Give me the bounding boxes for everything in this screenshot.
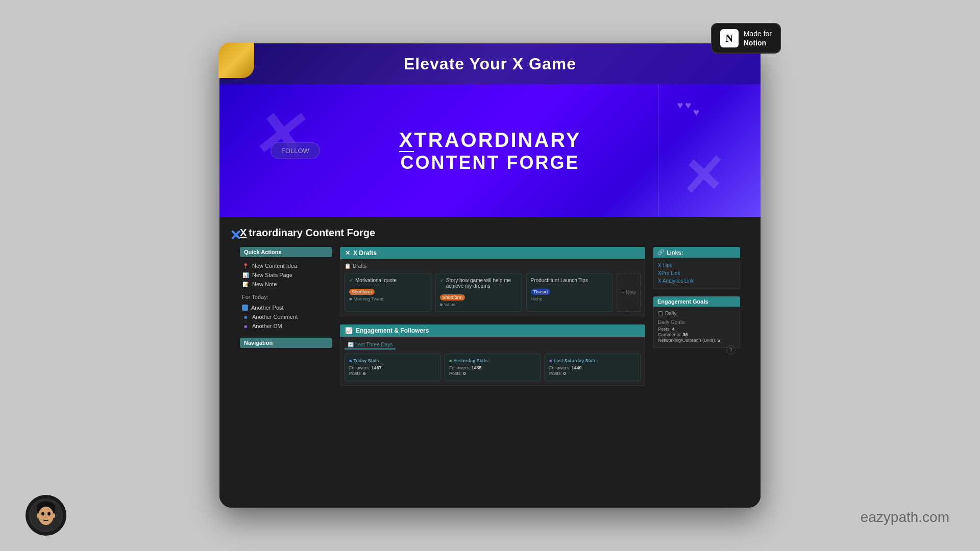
sidebar-item-another-comment[interactable]: ■ Another Comment: [240, 312, 332, 321]
check-icon-2: ✓: [440, 278, 444, 283]
notion-badge-text: Made for Notion: [744, 29, 772, 47]
notion-badge: N Made for Notion: [711, 23, 781, 54]
goal-daily: Daily: [658, 311, 736, 316]
svg-point-6: [37, 513, 40, 518]
morning-icon: ■: [349, 296, 352, 302]
pin-icon: 📍: [242, 263, 249, 269]
sidebar-item-new-content-idea[interactable]: 📍 New Content Idea: [240, 261, 332, 270]
niche-text: Niche: [531, 296, 543, 302]
value-icon: ■: [440, 302, 443, 307]
draft-tag-1: Shortform: [349, 289, 375, 295]
goal-networking-label: Networking/Outreach (DMs):: [658, 338, 716, 343]
goal-comments-row: Comments: 36: [658, 332, 736, 337]
sidebar-item-another-post[interactable]: Another Post: [240, 303, 332, 312]
note-icon: 📝: [242, 282, 249, 287]
three-col-layout: Quick Actions 📍 New Content Idea 📊 New S…: [240, 247, 740, 386]
heart-icon-3: ♥: [693, 107, 699, 118]
add-new-button[interactable]: + New: [617, 273, 641, 312]
checkbox-another-post[interactable]: [242, 305, 248, 311]
gold-corner-accent: [218, 42, 254, 78]
saturday-followers-value: 1449: [572, 365, 582, 370]
svg-point-4: [41, 512, 44, 516]
middle-main: ✕ X Drafts 📋 Drafts: [340, 247, 645, 386]
goal-comments-label: Comments:: [658, 332, 681, 337]
sidebar-item-new-stats[interactable]: 📊 New Stats Page: [240, 270, 332, 280]
saturday-indicator: ■: [549, 358, 552, 363]
draft-card-title-1: ✓ Motivational quote: [349, 278, 427, 283]
link-x[interactable]: X Link: [658, 262, 736, 269]
today-followers-label: Followers:: [349, 365, 370, 370]
yesterday-indicator: ■: [449, 358, 452, 363]
link-chain-icon: 🔗: [657, 249, 665, 256]
link-xpro[interactable]: XPro Link: [658, 269, 736, 277]
sidebar-label-new-stats: New Stats Page: [252, 272, 292, 278]
quick-actions-title: Quick Actions: [240, 247, 332, 257]
hero-divider: [658, 84, 658, 217]
today-indicator: ■: [349, 358, 352, 363]
help-button[interactable]: ?: [726, 345, 736, 355]
filter-icon: 🔄: [348, 342, 354, 347]
draft-title-text-1: Motivational quote: [355, 278, 397, 283]
stats-card-last-saturday: ■ Last Saturday Stats: Followers: 1449: [545, 354, 641, 381]
goal-posts-value: 4: [672, 327, 675, 332]
engagement-title: Engagement & Followers: [356, 327, 429, 334]
stats-row-yesterday-posts: Posts: 0: [449, 371, 536, 376]
svg-point-5: [47, 512, 51, 516]
close-x-button[interactable]: ✕: [230, 227, 241, 244]
today-followers-value: 1467: [372, 365, 382, 370]
sidebar-item-another-dm[interactable]: ■ Another DM: [240, 321, 332, 331]
notion-made-for: Made for: [744, 30, 772, 38]
saturday-followers-label: Followers:: [549, 365, 570, 370]
hero-title-text1: TRAORDINARY: [414, 129, 581, 151]
draft-card-title-2: ✓ Story how game will help me achieve my…: [440, 278, 518, 289]
stats-card-today: ■ Today Stats: Followers: 1467: [345, 354, 440, 381]
goals-header: Engagement Goals: [653, 296, 740, 307]
page-title: Xtraordinary Content Forge: [240, 227, 740, 239]
drafts-content: 📋 Drafts ✓ Motivational quote: [340, 259, 645, 316]
link-x-analytics[interactable]: X Analytics Link: [658, 277, 736, 285]
goal-daily-checkbox[interactable]: [658, 311, 663, 316]
goals-content: Daily Daily Goals: Posts: 4 Comments: 36: [653, 307, 740, 348]
draft-sub-2: ■ Value: [440, 302, 518, 307]
drafts-grid: ✓ Motivational quote Shortform ■ Morning…: [345, 273, 641, 312]
for-today-label: For Today:: [242, 294, 332, 300]
stats-title-today: Today Stats:: [353, 358, 380, 363]
drafts-x-icon: ✕: [345, 249, 350, 257]
drafts-section: ✕ X Drafts 📋 Drafts: [340, 247, 645, 316]
sidebar-item-new-note[interactable]: 📝 New Note: [240, 280, 332, 289]
heart-icon-1: ♥: [677, 99, 683, 118]
saturday-posts-value: 0: [564, 371, 566, 376]
draft-sub-3: Niche: [531, 296, 608, 302]
avatar-face-svg: [28, 497, 64, 533]
sidebar-label-another-dm: Another DM: [252, 323, 282, 329]
yesterday-posts-label: Posts:: [449, 371, 462, 376]
hero-title-line1: XTRAORDINARY: [399, 128, 581, 152]
filter-last-three-days[interactable]: 🔄 Last Three Days: [345, 341, 396, 349]
top-banner: Elevate Your X Game: [219, 43, 761, 84]
svg-point-7: [52, 513, 55, 518]
comment-icon: ■: [242, 314, 249, 320]
drafts-label: 📋 Drafts: [345, 263, 641, 269]
draft-sub-1: ■ Morning Tweet: [349, 296, 427, 302]
links-content: X Link XPro Link X Analytics Link: [653, 258, 740, 289]
goal-daily-label: Daily: [665, 311, 676, 316]
follow-button[interactable]: FOLLOW: [271, 142, 320, 159]
sidebar-label-another-post: Another Post: [251, 305, 284, 311]
drafts-title: X Drafts: [353, 249, 377, 257]
today-posts-label: Posts:: [349, 371, 362, 376]
goal-posts-label: Posts:: [658, 327, 671, 332]
page-wrapper: N Made for Notion Elevate Your X Game ✕ …: [0, 0, 980, 551]
draft-card-title-3: ProductHunt Launch Tips: [531, 278, 608, 283]
engagement-header: 📈 Engagement & Followers: [340, 324, 645, 337]
stats-row-saturday-followers: Followers: 1449: [549, 365, 636, 370]
content-area: ✕ Xtraordinary Content Forge Quick Actio…: [219, 217, 761, 508]
goal-networking-row: Networking/Outreach (DMs): 5: [658, 338, 736, 343]
draft-tag-3: Thread: [531, 289, 551, 295]
stats-title-saturday: Last Saturday Stats:: [553, 358, 598, 363]
draft-title-text-2: Story how game will help me achieve my d…: [446, 278, 518, 289]
dm-icon: ■: [242, 323, 249, 329]
drafts-label-text: Drafts: [353, 263, 366, 269]
goals-section: Engagement Goals Daily Daily Goals: Post…: [653, 296, 740, 348]
drafts-header: ✕ X Drafts: [340, 247, 645, 259]
draft-tag-2: Shortform: [440, 294, 465, 300]
